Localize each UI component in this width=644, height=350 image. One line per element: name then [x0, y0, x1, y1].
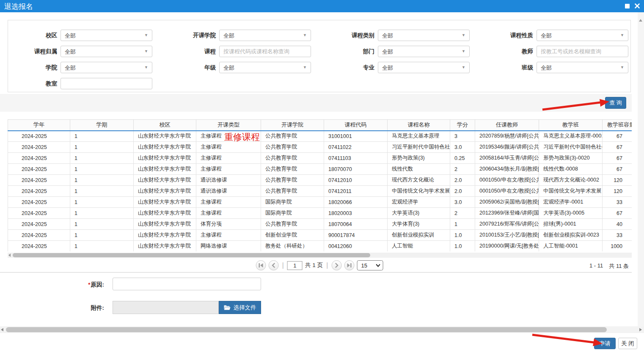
table-row[interactable]: 2024-20251山东财经大学东方学院网络选修课教务处（科研处）0041206…: [8, 241, 632, 252]
table-cell: 线性代数: [388, 164, 450, 175]
filter-label-classroom: 教室: [8, 80, 57, 88]
required-mark: *: [88, 281, 90, 288]
table-row[interactable]: 2024-20251山东财经大学东方学院通识选修课公共教育学院07412011中…: [8, 186, 632, 197]
table-row[interactable]: 2024-20251山东财经大学东方学院主修课程国际商学院18020066宏观经…: [8, 197, 632, 208]
page-number-input[interactable]: [287, 261, 303, 270]
filter-field-course: 课程: [167, 46, 325, 57]
table-body: 2024-20251山东财经大学东方学院主修课程公共教育学院31001001马克…: [8, 131, 632, 252]
table-cell: 宏观经济学: [388, 197, 450, 208]
prev-page-button[interactable]: [269, 260, 279, 270]
table-cell: 20195346/颜涛/讲师[公共: [475, 142, 539, 153]
attachment-label: 附件:: [58, 304, 104, 312]
next-page-button[interactable]: [331, 260, 341, 270]
table-cell: 通识选修课: [196, 186, 261, 197]
filter-field-grade: 年级全部▼: [167, 62, 325, 73]
apply-button[interactable]: 申请: [594, 338, 616, 349]
filter-select-course-belong[interactable]: 全部▼: [61, 46, 152, 57]
close-button[interactable]: 关 闭: [618, 338, 637, 349]
reason-input[interactable]: [113, 278, 261, 290]
table-row[interactable]: 2024-20251山东财经大学东方学院主修课程创新创业学院900017874创…: [8, 230, 632, 241]
filter-select-campus[interactable]: 全部▼: [61, 30, 152, 41]
page-horizontal-scrollbar[interactable]: [0, 326, 644, 333]
table-row[interactable]: 2024-20251山东财经大学东方学院主修课程公共教育学院31001001马克…: [8, 131, 632, 142]
table-cell: 1.0: [450, 241, 475, 252]
filter-select-course-nature[interactable]: 全部▼: [537, 30, 628, 41]
table-header-cell: 开课类型: [196, 120, 261, 131]
page-scrollbar-thumb[interactable]: [6, 327, 607, 332]
filter-select-offering-college[interactable]: 全部▼: [219, 30, 311, 41]
table-header-cell: 学期: [70, 120, 134, 131]
table-cell: 67: [603, 164, 632, 175]
table-cell: 2024-2025: [8, 219, 70, 230]
table-cell: 18070070: [324, 164, 388, 175]
table-cell: 习近平新时代中国特色社会: [388, 142, 450, 153]
table-cell: 山东财经大学东方学院: [134, 131, 196, 142]
table-cell: 3: [450, 131, 475, 142]
filter-select-college[interactable]: 全部▼: [61, 62, 152, 73]
filter-input-course[interactable]: [219, 46, 311, 57]
close-icon[interactable]: [635, 3, 640, 8]
table-cell: 20207859/杨慧/讲师[公共: [475, 131, 539, 142]
filter-input-classroom[interactable]: [61, 78, 152, 89]
filter-select-course-category[interactable]: 全部▼: [378, 30, 470, 41]
table-horizontal-scrollbar[interactable]: [8, 253, 632, 258]
table-cell: 2.0: [450, 175, 475, 186]
filter-label-course-category: 课程类别: [325, 32, 374, 39]
table-scrollbar-thumb[interactable]: [13, 253, 370, 257]
page-size-select[interactable]: 15: [357, 260, 383, 270]
table-row[interactable]: 2024-20251山东财经大学东方学院通识选修课公共教育学院07412010现…: [8, 175, 632, 186]
scroll-right-icon: [639, 328, 642, 331]
table-cell: 20058164/毕玉青/讲师[公: [475, 153, 539, 164]
table-cell: 主修课程: [196, 208, 261, 219]
filter-label-grade: 年级: [167, 64, 216, 72]
table-cell: 1: [450, 219, 475, 230]
table-cell: 2024-2025: [8, 164, 70, 175]
table-row[interactable]: 2024-20251山东财经大学东方学院主修课程公共教育学院07411103形势…: [8, 153, 632, 164]
table-row[interactable]: 2024-20251山东财经大学东方学院体育分项公共教育学院18070064大学…: [8, 219, 632, 230]
filter-field-offering-college: 开课学院全部▼: [167, 30, 325, 41]
selected-value: 全部: [541, 32, 552, 40]
table-cell: 主修课程: [196, 142, 261, 153]
scroll-up-icon: [639, 19, 642, 22]
table-cell: 0001050/申在文/教授[公共: [475, 186, 539, 197]
choose-file-button[interactable]: 选择文件: [219, 301, 261, 314]
table-cell: 通识选修课: [196, 175, 261, 186]
attachment-filename-field: [113, 301, 219, 314]
table-cell: 3.0: [450, 197, 475, 208]
table-cell: 山东财经大学东方学院: [134, 241, 196, 252]
table-cell: 中国传统文化与学术发展: [388, 186, 450, 197]
table-cell: 67: [603, 131, 632, 142]
table-cell: 900017874: [324, 230, 388, 241]
filter-select-class[interactable]: 全部▼: [537, 62, 628, 73]
query-toolbar: 查 询: [0, 94, 632, 112]
table-row[interactable]: 2024-20251山东财经大学东方学院主修课程公共教育学院07411022习近…: [8, 142, 632, 153]
table-cell: 20123969/张登峰/讲师[国: [475, 208, 539, 219]
table-cell: 线性代数-0008: [539, 164, 603, 175]
table-row[interactable]: 2024-20251山东财经大学东方学院主修课程国际商学院18020003大学英…: [8, 208, 632, 219]
table-cell: 07411022: [324, 142, 388, 153]
filter-select-grade[interactable]: 全部▼: [219, 62, 311, 73]
last-page-button[interactable]: [344, 260, 354, 270]
table-cell: 20060434/陈长月/副教授[: [475, 164, 539, 175]
maximize-icon[interactable]: [625, 4, 630, 8]
vertical-scrollbar[interactable]: [638, 12, 644, 326]
table-header-cell: 教学班容量: [603, 120, 632, 131]
table-cell: 习近平新时代中国特色社会: [539, 142, 603, 153]
table-cell: 人工智能: [388, 241, 450, 252]
chevron-right-icon: [334, 263, 339, 268]
first-page-button[interactable]: [256, 260, 266, 270]
table-cell: 山东财经大学东方学院: [134, 153, 196, 164]
filter-input-teacher[interactable]: [537, 46, 628, 57]
selected-value: 全部: [65, 32, 76, 40]
table-cell: 1: [70, 142, 134, 153]
query-button[interactable]: 查 询: [605, 97, 626, 109]
chevron-down-icon: ▼: [620, 33, 624, 37]
table-cell: 120: [603, 186, 632, 197]
filter-select-department[interactable]: 全部▼: [378, 46, 470, 57]
table-cell: 31001001: [324, 131, 388, 142]
arrow-to-apply-button: [532, 335, 603, 346]
reason-label: *原因:: [58, 281, 104, 289]
filter-select-major[interactable]: 全部▼: [378, 62, 470, 73]
table-cell: 2024-2025: [8, 241, 70, 252]
table-row[interactable]: 2024-20251山东财经大学东方学院主修课程公共教育学院18070070线性…: [8, 164, 632, 175]
